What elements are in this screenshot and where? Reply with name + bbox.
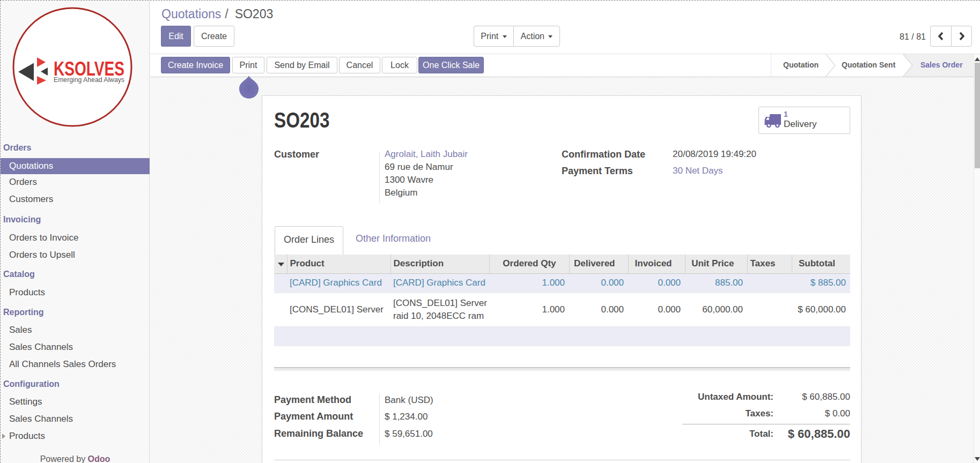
svg-text:Emerging Ahead Always: Emerging Ahead Always	[54, 76, 124, 84]
